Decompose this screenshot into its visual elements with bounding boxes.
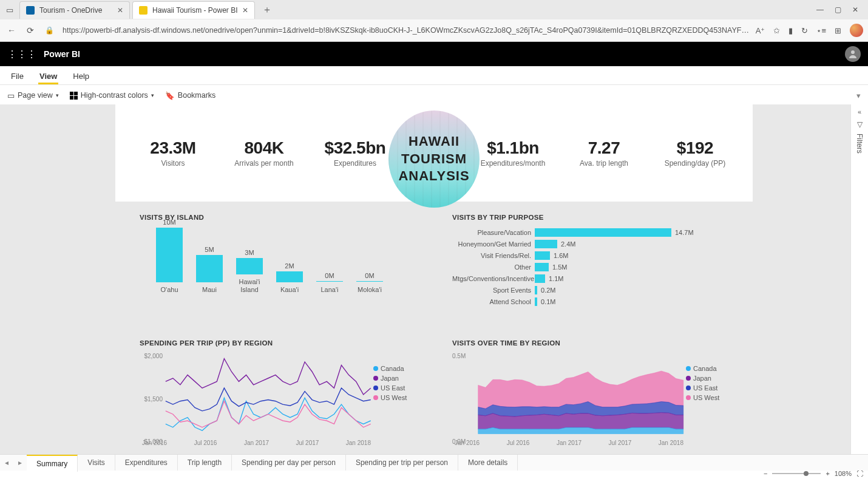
maximize-button[interactable]: ▢ bbox=[835, 5, 841, 14]
chart-visits-by-island[interactable]: VISITS BY ISLAND 10MO'ahu5MMaui3MHawai'i… bbox=[140, 214, 416, 321]
legend-label: Canada bbox=[693, 365, 717, 372]
page-tab[interactable]: Spending per day per person bbox=[232, 455, 346, 471]
menu-view[interactable]: View bbox=[38, 68, 58, 84]
zoom-control[interactable]: − + 108% ⛶ bbox=[764, 468, 863, 479]
extensions-icon[interactable]: ⊞ bbox=[835, 26, 841, 35]
bar[interactable]: 5MMaui bbox=[195, 246, 224, 294]
refresh-button[interactable]: ⟳ bbox=[24, 25, 36, 35]
profile-avatar[interactable] bbox=[850, 24, 863, 37]
legend-item[interactable]: US West bbox=[373, 394, 416, 401]
legend-item[interactable]: Canada bbox=[686, 365, 728, 372]
chart-spending-per-trip[interactable]: SPENDING PER TRIP (PP) BY REGION Jan 201… bbox=[140, 339, 416, 456]
kpi-card[interactable]: $32.5bnExpenditures bbox=[322, 138, 388, 168]
filters-pane-collapsed[interactable]: « ▽ Filters bbox=[850, 104, 868, 458]
favorites-bar-icon[interactable]: ⋆≡ bbox=[816, 26, 826, 35]
chart-title: SPENDING PER TRIP (PP) BY REGION bbox=[140, 339, 416, 347]
collections-icon[interactable]: ▮ bbox=[788, 26, 793, 35]
minimize-button[interactable]: — bbox=[816, 5, 824, 14]
report-canvas-scroll[interactable]: 23.3MVisitors804KArrivals per month$32.5… bbox=[0, 104, 868, 458]
legend-dot-icon bbox=[686, 376, 691, 381]
chart-visits-over-time[interactable]: VISITS OVER TIME BY REGION Jan 2016Jul 2… bbox=[452, 339, 728, 456]
page-tab[interactable]: Visits bbox=[78, 455, 115, 471]
page-tab[interactable]: Expenditures bbox=[115, 455, 178, 471]
tab-title: Hawaii Tourism - Power BI bbox=[152, 6, 237, 15]
fit-page-icon[interactable]: ⛶ bbox=[856, 470, 863, 477]
kpi-card[interactable]: 7.27Ava. trip length bbox=[571, 138, 637, 168]
page-tab[interactable]: Spending per trip per person bbox=[346, 455, 458, 471]
legend-label: Japan bbox=[693, 375, 711, 382]
lock-icon: 🔒 bbox=[42, 26, 56, 35]
window-tabs-icon[interactable]: ▭ bbox=[4, 5, 16, 15]
bar-value-label: 3M bbox=[245, 249, 254, 256]
logo-line: TOURISM bbox=[401, 151, 467, 168]
bar[interactable]: 0MMoloka'i bbox=[355, 272, 384, 294]
hbar-row[interactable]: Honeymoon/Get Married2.4M bbox=[452, 239, 728, 250]
close-window-button[interactable]: ✕ bbox=[852, 5, 858, 14]
address-bar: ← ⟳ 🔒 https://powerbi-df.analysis-df.win… bbox=[0, 19, 868, 41]
user-avatar[interactable] bbox=[845, 46, 861, 62]
hbar-category-label: Mtgs/Conventions/Incentive bbox=[452, 275, 535, 282]
hbar-row[interactable]: Other1.5M bbox=[452, 262, 728, 273]
kpi-card[interactable]: $192Spending/day (PP) bbox=[662, 138, 728, 168]
close-tab-icon[interactable]: ✕ bbox=[242, 6, 248, 15]
legend-item[interactable]: US East bbox=[373, 384, 416, 392]
report-logo: HAWAII TOURISM ANALYSIS bbox=[388, 110, 480, 208]
bar-category-label: Maui bbox=[202, 286, 217, 294]
page-tab[interactable]: Summary bbox=[27, 455, 78, 472]
axis-tick: 0.0M bbox=[452, 438, 472, 445]
hbar-category-label: Honeymoon/Get Married bbox=[452, 240, 535, 248]
zoom-in-button[interactable]: + bbox=[826, 470, 829, 477]
read-aloud-icon[interactable]: A⁺ bbox=[756, 26, 765, 35]
hbar-row[interactable]: Visit Friends/Rel.1.6M bbox=[452, 250, 728, 261]
bar[interactable]: 3MHawai'i Island bbox=[235, 249, 264, 294]
page-nav-next[interactable]: ▸ bbox=[13, 458, 27, 467]
legend-item[interactable]: Canada bbox=[373, 365, 416, 372]
zoom-slider[interactable] bbox=[772, 473, 821, 474]
high-contrast-dropdown[interactable]: High-contrast colors ▾ bbox=[70, 91, 154, 100]
zoom-out-button[interactable]: − bbox=[764, 470, 767, 477]
app-launcher-icon[interactable]: ⋮⋮⋮ bbox=[7, 49, 36, 60]
favorite-icon[interactable]: ✩ bbox=[773, 26, 780, 35]
page-nav-prev[interactable]: ◂ bbox=[0, 458, 13, 467]
legend-item[interactable]: US East bbox=[686, 384, 728, 392]
browser-tab[interactable]: Hawaii Tourism - Power BI✕ bbox=[132, 1, 255, 19]
kpi-card[interactable]: $1.1bnExpenditures/month bbox=[480, 138, 546, 168]
legend-dot-icon bbox=[373, 376, 378, 381]
bar-category-label: Hawai'i Island bbox=[235, 278, 264, 294]
close-tab-icon[interactable]: ✕ bbox=[117, 6, 123, 15]
page-tab[interactable]: Trip length bbox=[178, 455, 232, 471]
hbar-row[interactable]: Sport Events0.2M bbox=[452, 285, 728, 296]
chevron-left-icon: « bbox=[858, 108, 861, 115]
hbar-row[interactable]: Attend School0.1M bbox=[452, 296, 728, 307]
bookmarks-button[interactable]: 🔖 Bookmarks bbox=[165, 91, 216, 100]
bar[interactable]: 0MLana'i bbox=[315, 272, 344, 294]
chevron-down-icon: ▾ bbox=[151, 92, 154, 98]
menu-help[interactable]: Help bbox=[72, 68, 90, 84]
kpi-card[interactable]: 23.3MVisitors bbox=[140, 138, 206, 168]
bar-value-label: 0M bbox=[365, 272, 374, 279]
legend-item[interactable]: US West bbox=[686, 394, 728, 401]
page-view-dropdown[interactable]: ▭ Page view ▾ bbox=[7, 91, 59, 100]
chart-visits-by-purpose[interactable]: VISITS BY TRIP PURPOSE Pleasure/Vacation… bbox=[452, 214, 728, 321]
hbar-row[interactable]: Pleasure/Vacation14.7M bbox=[452, 227, 728, 238]
svg-point-0 bbox=[851, 50, 855, 54]
bar[interactable]: 10MO'ahu bbox=[155, 219, 184, 294]
browser-tab[interactable]: Tourism - OneDrive✕ bbox=[19, 1, 130, 19]
url-field[interactable]: https://powerbi-df.analysis-df.windows.n… bbox=[63, 26, 750, 35]
legend-item[interactable]: Japan bbox=[686, 375, 728, 382]
bar-value-label: 0M bbox=[325, 272, 334, 279]
chart-title: VISITS OVER TIME BY REGION bbox=[452, 339, 728, 347]
legend-item[interactable]: Japan bbox=[373, 375, 416, 382]
back-button[interactable]: ← bbox=[5, 25, 18, 35]
sync-icon[interactable]: ↻ bbox=[801, 26, 808, 35]
kpi-value: 804K bbox=[231, 138, 297, 158]
menu-file[interactable]: File bbox=[10, 68, 25, 84]
page-tab[interactable]: More details bbox=[458, 455, 518, 471]
kpi-card[interactable]: 804KArrivals per month bbox=[231, 138, 297, 168]
bar[interactable]: 2MKaua'i bbox=[275, 262, 304, 294]
bar-value-label: 5M bbox=[205, 246, 214, 253]
hbar-row[interactable]: Mtgs/Conventions/Incentive1.1M bbox=[452, 273, 728, 284]
chevron-down-icon[interactable]: ▾ bbox=[856, 91, 861, 100]
axis-tick: Jan 2018 bbox=[346, 440, 371, 446]
new-tab-button[interactable]: ＋ bbox=[259, 4, 276, 16]
